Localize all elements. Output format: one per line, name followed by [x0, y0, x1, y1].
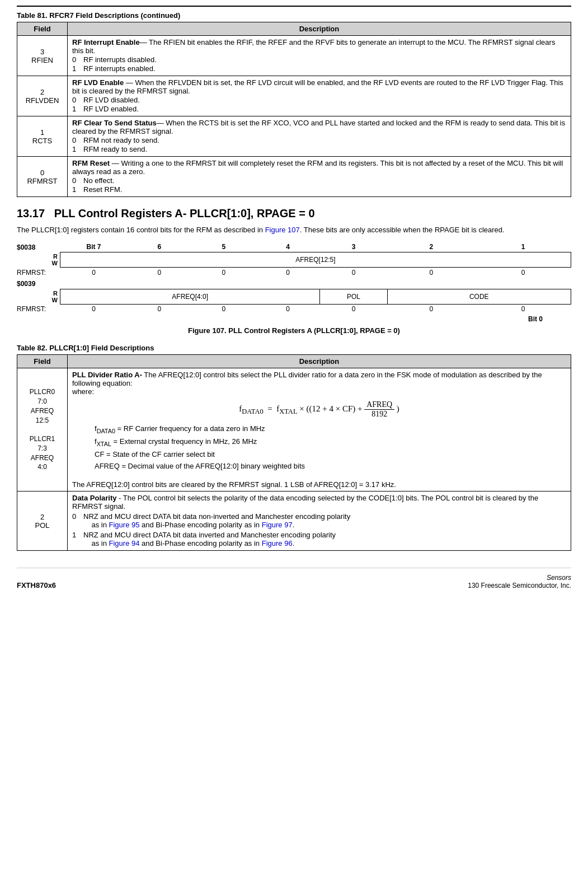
reg-bit6-label: 6 — [128, 242, 192, 252]
figure107-link: Figure 107 — [265, 226, 300, 234]
formula-container: fDATA0 = fXTAL × ((12 + 4 × CF) + AFREQ … — [72, 400, 566, 419]
reg-code: CODE — [387, 289, 571, 304]
reg2-val-2: 0 — [191, 304, 256, 314]
figure94-link: Figure 94 — [109, 539, 140, 547]
reg-addr-0039: $0039 — [17, 278, 571, 289]
table81-caption: Table 81. RFCR7 Field Descriptions (cont… — [17, 11, 571, 20]
field-rfmrst: 0RFMRST — [17, 157, 68, 197]
table82-caption: Table 82. PLLCR[1:0] Field Descriptions — [17, 344, 571, 352]
desc-pol: Data Polarity - The POL control bit sele… — [68, 492, 571, 551]
reg-header-row: $0038 Bit 7 6 5 4 3 2 1 — [17, 242, 571, 252]
footer-left: FXTH870x6 — [17, 581, 56, 589]
top-rule — [17, 6, 571, 7]
table82-header-field: Field — [17, 355, 68, 368]
reg-afreq-12-5: AFREQ[12:5] — [60, 252, 571, 268]
reg-rfmrst-row-0038: RFMRST: 0 0 0 0 0 0 0 — [17, 268, 571, 278]
reg-rfmrst-row-0039: RFMRST: 0 0 0 0 0 0 0 — [17, 304, 571, 314]
reg-bit4-label: 4 — [256, 242, 320, 252]
table82: Field Description PLLCR07:0AFREQ12:5PLLC… — [17, 354, 571, 551]
table-row: 2POL Data Polarity - The POL control bit… — [17, 492, 571, 551]
reg-val-6: 0 — [476, 268, 571, 278]
table82-header-desc: Description — [68, 355, 571, 368]
reg2-val-0: 0 — [60, 304, 127, 314]
reg-pol: POL — [320, 289, 387, 304]
reg-val-1: 0 — [128, 268, 192, 278]
bit0-label-row: Bit 0 — [17, 315, 571, 323]
section-1317-title: 13.17 PLL Control Registers A- PLLCR[1:0… — [17, 207, 571, 220]
table-row: 1RCTS RF Clear To Send Status— When the … — [17, 116, 571, 157]
formula-text: fDATA0 = fXTAL × ((12 + 4 × CF) + AFREQ … — [239, 400, 399, 419]
reg-bit1-label: 1 — [476, 242, 571, 252]
reg-rw-label: RW — [17, 252, 60, 268]
figure96-link: Figure 96 — [262, 539, 293, 547]
field-pol: 2POL — [17, 492, 68, 551]
desc-rfien: RF Interrupt Enable— The RFIEN bit enabl… — [68, 36, 571, 76]
footer-right: Sensors 130 Freescale Semiconductor, Inc… — [468, 574, 571, 589]
reg-val-3: 0 — [256, 268, 320, 278]
desc-rcts: RF Clear To Send Status— When the RCTS b… — [68, 116, 571, 157]
figure107-caption: Figure 107. PLL Control Registers A (PLL… — [17, 326, 571, 335]
reg-rw-label-0039: RW — [17, 289, 60, 304]
table-row: PLLCR07:0AFREQ12:5PLLCR17:3AFREQ4:0 PLL … — [17, 368, 571, 492]
formula-legend: fDATA0 = RF Carrier frequency for a data… — [95, 423, 566, 472]
reg2-val-1: 0 — [128, 304, 192, 314]
table-row: 0RFMRST RFM Reset — Writing a one to the… — [17, 157, 571, 197]
reg-bit7-label: Bit 7 — [60, 242, 127, 252]
footer-right-bottom: 130 Freescale Semiconductor, Inc. — [468, 582, 571, 589]
reg2-val-4: 0 — [320, 304, 387, 314]
table-row: 3RFIEN RF Interrupt Enable— The RFIEN bi… — [17, 36, 571, 76]
reg-content-row-0038: RW AFREQ[12:5] — [17, 252, 571, 268]
desc-rfmrst: RFM Reset — Writing a one to the RFMRST … — [68, 157, 571, 197]
field-rflvden: 2RFLVDEN — [17, 76, 68, 116]
reg-val-5: 0 — [387, 268, 476, 278]
section-number: 13.17 — [17, 207, 45, 219]
reg-rfmrst-label-0038: RFMRST: — [17, 268, 60, 278]
footer-right-top: Sensors — [468, 574, 571, 582]
field-rcts: 1RCTS — [17, 116, 68, 157]
section-1317-body: The PLLCR[1:0] registers contain 16 cont… — [17, 224, 571, 236]
reg-val-2: 0 — [191, 268, 256, 278]
desc-rflvden: RF LVD Enable — When the RFLVDEN bit is … — [68, 76, 571, 116]
reg-val-0: 0 — [60, 268, 127, 278]
reg-afreq-4-0: AFREQ[4:0] — [60, 289, 320, 304]
table81-header-desc: Description — [68, 22, 571, 36]
figure95-link: Figure 95 — [109, 521, 140, 529]
reg-bit2-label: 2 — [387, 242, 476, 252]
desc-afreq: PLL Divider Ratio A- The AFREQ[12:0] con… — [68, 368, 571, 492]
table81-header-field: Field — [17, 22, 68, 36]
table-row: 2RFLVDEN RF LVD Enable — When the RFLVDE… — [17, 76, 571, 116]
field-rfien: 3RFIEN — [17, 36, 68, 76]
reg2-val-6: 0 — [476, 304, 571, 314]
field-afreq: PLLCR07:0AFREQ12:5PLLCR17:3AFREQ4:0 — [17, 368, 68, 492]
figure97-link: Figure 97 — [262, 521, 293, 529]
footer: FXTH870x6 Sensors 130 Freescale Semicond… — [17, 568, 571, 589]
bit0-label: Bit 0 — [500, 315, 571, 323]
reg-rfmrst-label-0039: RFMRST: — [17, 304, 60, 314]
table81: Field Description 3RFIEN RF Interrupt En… — [17, 22, 571, 197]
reg-val-4: 0 — [320, 268, 387, 278]
reg-addr-row-0039: $0039 — [17, 278, 571, 289]
reg-bit3-label: 3 — [320, 242, 387, 252]
reg-addr-label: $0038 — [17, 242, 60, 252]
reg-content-row-0039: RW AFREQ[4:0] POL CODE — [17, 289, 571, 304]
register-diagram: $0038 Bit 7 6 5 4 3 2 1 RW AFREQ[12:5] R… — [17, 242, 571, 315]
reg2-val-5: 0 — [387, 304, 476, 314]
reg2-val-3: 0 — [256, 304, 320, 314]
reg-bit5-label: 5 — [191, 242, 256, 252]
